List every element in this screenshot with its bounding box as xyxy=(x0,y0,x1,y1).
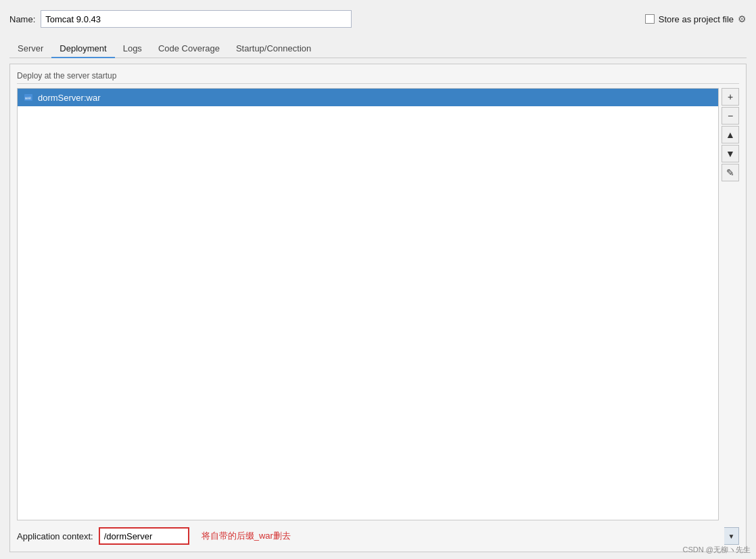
context-label: Application context: xyxy=(17,531,93,541)
tab-server[interactable]: Server xyxy=(9,40,51,58)
store-project-checkbox[interactable] xyxy=(645,14,655,24)
context-input[interactable] xyxy=(100,529,188,543)
tabs-bar: Server Deployment Logs Code Coverage Sta… xyxy=(9,38,747,58)
context-dropdown-button[interactable]: ▼ xyxy=(724,527,739,545)
bottom-bar: Application context: 将自带的后缀_war删去 ▼ xyxy=(17,527,739,545)
add-button[interactable]: + xyxy=(722,88,739,106)
context-input-wrapper xyxy=(99,527,189,545)
remove-button[interactable]: − xyxy=(722,107,739,125)
section-legend: Deploy at the server startup xyxy=(17,71,739,84)
name-input[interactable] xyxy=(41,10,352,28)
name-label: Name: xyxy=(9,14,35,24)
main-container: Name: Store as project file ⚙ Server Dep… xyxy=(0,0,756,559)
deploy-section: Deploy at the server startup WAR dormSer… xyxy=(17,71,739,520)
tab-startup-connection[interactable]: Startup/Connection xyxy=(228,40,319,58)
deploy-list-wrapper: WAR dormServer:war + − ▲ ▼ ✎ xyxy=(17,88,739,520)
edit-button[interactable]: ✎ xyxy=(722,164,739,181)
war-icon: WAR xyxy=(23,92,34,103)
store-project-area: Store as project file ⚙ xyxy=(645,14,747,24)
deploy-item-name: dormServer:war xyxy=(38,93,100,103)
tab-code-coverage[interactable]: Code Coverage xyxy=(150,40,228,58)
content-panel: Deploy at the server startup WAR dormSer… xyxy=(9,64,747,552)
deploy-list[interactable]: WAR dormServer:war xyxy=(17,88,719,520)
gear-icon[interactable]: ⚙ xyxy=(738,14,747,24)
watermark: CSDN @无柳ヽ先生 xyxy=(683,545,751,555)
store-project-label: Store as project file xyxy=(659,14,734,24)
context-hint: 将自带的后缀_war删去 xyxy=(202,530,291,542)
list-side-buttons: + − ▲ ▼ ✎ xyxy=(722,88,739,520)
tab-deployment[interactable]: Deployment xyxy=(51,40,114,58)
tab-logs[interactable]: Logs xyxy=(115,40,150,58)
top-bar: Name: Store as project file ⚙ xyxy=(9,7,747,31)
move-up-button[interactable]: ▲ xyxy=(722,126,739,143)
move-down-button[interactable]: ▼ xyxy=(722,145,739,162)
svg-text:WAR: WAR xyxy=(25,96,32,100)
deploy-item[interactable]: WAR dormServer:war xyxy=(18,89,718,106)
